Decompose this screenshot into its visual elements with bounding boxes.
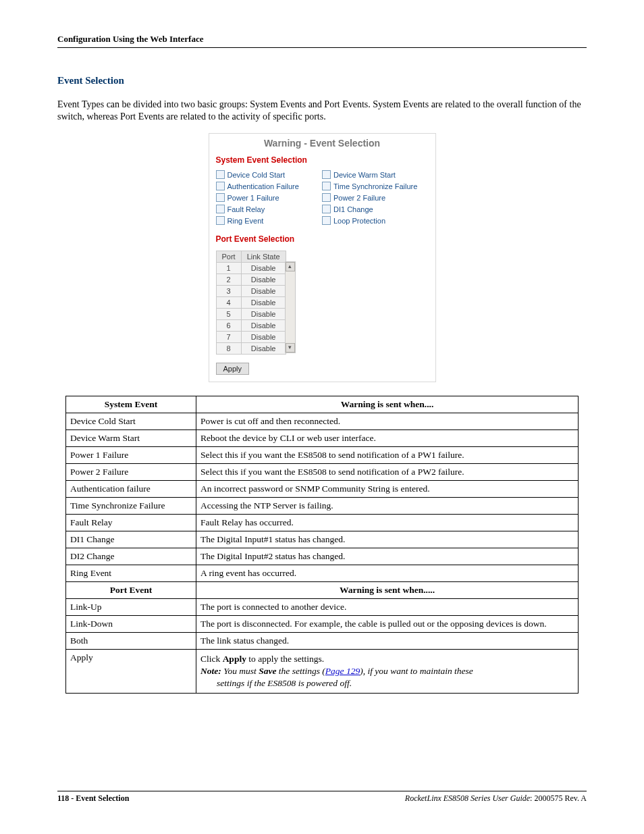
checkbox[interactable] bbox=[216, 182, 225, 190]
footer-rev: : 2000575 Rev. A bbox=[530, 793, 587, 803]
table-row: Both bbox=[66, 633, 196, 650]
check-label: Authentication Failure bbox=[227, 182, 299, 190]
table-row: The Digital Input#2 status has changed. bbox=[196, 548, 579, 565]
intro-paragraph: Event Types can be divided into two basi… bbox=[57, 99, 587, 122]
port-cell: 8 bbox=[216, 343, 241, 355]
page-link[interactable]: Page 129 bbox=[325, 666, 360, 676]
sys-event-header: System Event bbox=[66, 396, 196, 413]
apply-row-label: Apply bbox=[66, 650, 196, 694]
checkbox[interactable] bbox=[216, 193, 225, 202]
linkstate-cell[interactable]: Disable bbox=[241, 343, 286, 355]
note-line2: settings if the ES8508 is powered off. bbox=[217, 678, 352, 688]
table-row: Power is cut off and then reconnected. bbox=[196, 413, 579, 430]
checkbox[interactable] bbox=[216, 170, 225, 179]
checkbox[interactable] bbox=[216, 205, 225, 213]
table-row: A ring event has occurred. bbox=[196, 565, 579, 582]
linkstate-cell[interactable]: Disable bbox=[241, 309, 286, 320]
port-event-header: Port Event bbox=[66, 582, 196, 599]
table-row: Authentication failure bbox=[66, 481, 196, 498]
table-row: Fault Relay has occurred. bbox=[196, 515, 579, 531]
linkstate-cell[interactable]: Disable bbox=[241, 263, 286, 274]
section-heading: Event Selection bbox=[57, 75, 587, 86]
table-row: DI2 Change bbox=[66, 548, 196, 565]
check-label: Fault Relay bbox=[227, 205, 265, 213]
linkstate-cell[interactable]: Disable bbox=[241, 297, 286, 309]
apply-button[interactable]: Apply bbox=[216, 363, 250, 375]
table-row: Link-Up bbox=[66, 599, 196, 616]
footer-left: 118 - Event Selection bbox=[57, 793, 129, 803]
apply-click-text: Click bbox=[200, 654, 223, 664]
table-row: The port is disconnected. For example, t… bbox=[196, 616, 579, 633]
check-label: Time Synchronize Failure bbox=[333, 182, 417, 190]
port-event-table: Port Link State 1Disable 2Disable 3Disab… bbox=[216, 251, 286, 355]
table-row: Fault Relay bbox=[66, 515, 196, 531]
check-label: DI1 Change bbox=[333, 205, 373, 213]
sys-warning-header: Warning is sent when.... bbox=[196, 396, 579, 413]
table-row: Time Synchronize Failure bbox=[66, 498, 196, 515]
checkbox[interactable] bbox=[322, 216, 331, 225]
linkstate-cell[interactable]: Disable bbox=[241, 320, 286, 332]
linkstate-cell[interactable]: Disable bbox=[241, 274, 286, 286]
checkbox[interactable] bbox=[216, 216, 225, 225]
linkstate-cell[interactable]: Disable bbox=[241, 286, 286, 297]
page-footer: 118 - Event Selection RocketLinx ES8508 … bbox=[57, 791, 587, 804]
check-label: Device Cold Start bbox=[227, 171, 286, 179]
port-cell: 3 bbox=[216, 286, 241, 297]
table-row: Link-Down bbox=[66, 616, 196, 633]
scroll-down-icon[interactable]: ▾ bbox=[286, 343, 295, 353]
table-row: Power 2 Failure bbox=[66, 464, 196, 481]
check-label: Ring Event bbox=[227, 217, 264, 225]
table-row: An incorrect password or SNMP Community … bbox=[196, 481, 579, 498]
note-save: Save bbox=[259, 666, 276, 676]
port-cell: 2 bbox=[216, 274, 241, 286]
port-table-wrap: Port Link State 1Disable 2Disable 3Disab… bbox=[216, 248, 286, 355]
apply-bold: Apply bbox=[223, 654, 246, 664]
footer-title: RocketLinx ES8508 Series User Guide bbox=[405, 793, 530, 803]
linkstate-col-header: Link State bbox=[241, 251, 286, 263]
check-label: Device Warm Start bbox=[333, 171, 396, 179]
port-cell: 7 bbox=[216, 332, 241, 343]
table-row: DI1 Change bbox=[66, 531, 196, 548]
table-row: Device Cold Start bbox=[66, 413, 196, 430]
note-lead: Note: bbox=[200, 666, 221, 676]
port-col-header: Port bbox=[216, 251, 241, 263]
port-cell: 4 bbox=[216, 297, 241, 309]
check-label: Power 1 Failure bbox=[227, 194, 279, 202]
table-row: Power 1 Failure bbox=[66, 447, 196, 464]
system-event-checks: Device Cold Start Device Warm Start Auth… bbox=[216, 169, 429, 226]
apply-click-tail: to apply the settings. bbox=[246, 654, 324, 664]
note-mid2: the settings ( bbox=[276, 666, 325, 676]
event-selection-panel: Warning - Event Selection System Event S… bbox=[209, 133, 436, 382]
running-header: Configuration Using the Web Interface bbox=[57, 34, 587, 48]
checkbox[interactable] bbox=[322, 170, 331, 179]
table-row: Select this if you want the ES8508 to se… bbox=[196, 447, 579, 464]
checkbox[interactable] bbox=[322, 182, 331, 190]
table-row: Accessing the NTP Server is failing. bbox=[196, 498, 579, 515]
system-event-title: System Event Selection bbox=[216, 155, 429, 165]
port-warning-header: Warning is sent when..... bbox=[196, 582, 579, 599]
port-event-title: Port Event Selection bbox=[216, 234, 429, 244]
scrollbar[interactable]: ▴ ▾ bbox=[285, 261, 296, 353]
note-mid1: You must bbox=[221, 666, 259, 676]
description-table: System Event Warning is sent when.... De… bbox=[65, 396, 579, 694]
apply-row-desc: Click Apply to apply the settings. Note:… bbox=[196, 650, 579, 694]
table-row: Reboot the device by CLI or web user int… bbox=[196, 430, 579, 447]
table-row: The port is connected to another device. bbox=[196, 599, 579, 616]
panel-title: Warning - Event Selection bbox=[216, 138, 429, 149]
table-row: The Digital Input#1 status has changed. bbox=[196, 531, 579, 548]
check-label: Loop Protection bbox=[333, 217, 385, 225]
checkbox[interactable] bbox=[322, 205, 331, 213]
port-cell: 1 bbox=[216, 263, 241, 274]
table-row: Device Warm Start bbox=[66, 430, 196, 447]
note-tail1: ), if you want to maintain these bbox=[360, 666, 473, 676]
checkbox[interactable] bbox=[322, 193, 331, 202]
table-row: Ring Event bbox=[66, 565, 196, 582]
scroll-up-icon[interactable]: ▴ bbox=[286, 262, 295, 271]
port-cell: 5 bbox=[216, 309, 241, 320]
check-label: Power 2 Failure bbox=[333, 194, 385, 202]
linkstate-cell[interactable]: Disable bbox=[241, 332, 286, 343]
table-row: Select this if you want the ES8508 to se… bbox=[196, 464, 579, 481]
table-row: The link status changed. bbox=[196, 633, 579, 650]
port-cell: 6 bbox=[216, 320, 241, 332]
